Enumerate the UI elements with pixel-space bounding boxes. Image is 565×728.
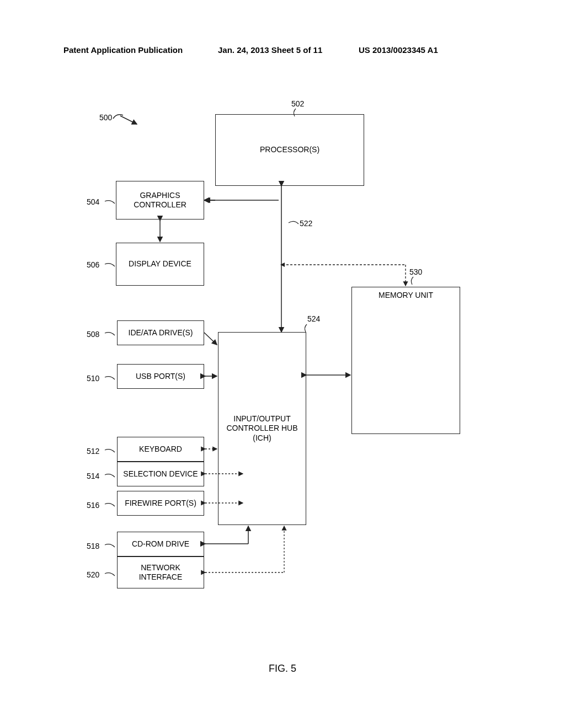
ref-530: 530: [409, 267, 422, 276]
ref-510: 510: [87, 374, 99, 383]
label-cdrom: CD-ROM DRIVE: [132, 539, 189, 549]
ref-500: 500: [99, 113, 112, 122]
label-ich: INPUT/OUTPUT CONTROLLER HUB (ICH): [221, 414, 303, 443]
block-diagram: 500 502 PROCESSOR(S) 504 GRAPHICS CONTRO…: [0, 0, 565, 728]
ref-504: 504: [87, 197, 99, 206]
box-cdrom: CD-ROM DRIVE: [117, 532, 204, 556]
box-firewire: FIREWIRE PORT(S): [117, 491, 204, 516]
box-network: NETWORK INTERFACE: [117, 556, 204, 588]
ref-512: 512: [87, 447, 99, 456]
label-processor: PROCESSOR(S): [260, 145, 319, 155]
box-processor: PROCESSOR(S): [215, 114, 364, 186]
box-display: DISPLAY DEVICE: [116, 243, 204, 286]
label-memory: MEMORY UNIT: [352, 291, 460, 301]
ref-518: 518: [87, 542, 99, 550]
label-network: NETWORK INTERFACE: [120, 563, 201, 582]
figure-label: FIG. 5: [0, 663, 565, 675]
box-ich: INPUT/OUTPUT CONTROLLER HUB (ICH): [218, 332, 306, 525]
label-display: DISPLAY DEVICE: [129, 259, 191, 269]
box-graphics: GRAPHICS CONTROLLER: [116, 181, 204, 220]
label-keyboard: KEYBOARD: [139, 445, 182, 454]
svg-line-13: [204, 333, 217, 345]
label-firewire: FIREWIRE PORT(S): [125, 499, 196, 508]
ref-520: 520: [87, 570, 99, 579]
svg-line-0: [120, 116, 137, 124]
box-usb: USB PORT(S): [117, 364, 204, 389]
label-ide: IDE/ATA DRIVE(S): [129, 328, 193, 338]
svg-marker-11: [280, 263, 285, 267]
ref-508: 508: [87, 330, 99, 339]
box-selection: SELECTION DEVICE: [117, 462, 204, 486]
ref-514: 514: [87, 472, 99, 480]
label-selection: SELECTION DEVICE: [123, 469, 198, 479]
ref-502: 502: [291, 99, 304, 108]
ref-516: 516: [87, 501, 99, 510]
box-ide: IDE/ATA DRIVE(S): [117, 320, 204, 345]
label-graphics: GRAPHICS CONTROLLER: [119, 191, 201, 210]
label-usb: USB PORT(S): [136, 372, 185, 382]
ref-522: 522: [300, 219, 312, 228]
box-memory: MEMORY UNIT: [351, 287, 460, 434]
box-keyboard: KEYBOARD: [117, 437, 204, 462]
ref-506: 506: [87, 260, 99, 269]
ref-524: 524: [307, 314, 320, 323]
